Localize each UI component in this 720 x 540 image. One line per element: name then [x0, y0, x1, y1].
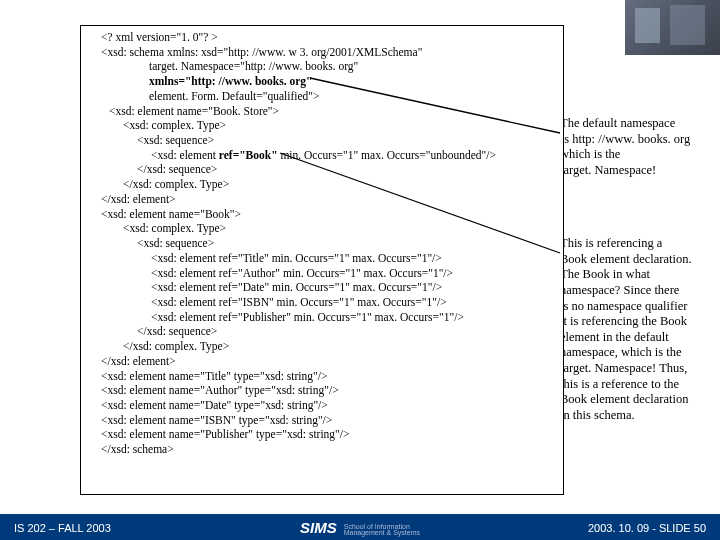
- code-line: <xsd: element name="Book">: [87, 207, 557, 222]
- code-line: </xsd: sequence>: [87, 162, 557, 177]
- code-line: <xsd: complex. Type>: [87, 118, 557, 133]
- footer-right: 2003. 10. 09 - SLIDE 50: [588, 522, 706, 534]
- code-line: target. Namespace="http: //www. books. o…: [87, 59, 557, 74]
- annotation-book-reference: This is referencing a Book element decla…: [560, 236, 720, 424]
- code-line: <xsd: element name="Publisher" type="xsd…: [87, 427, 557, 442]
- code-line-refbook: <xsd: element ref="Book" min. Occurs="1"…: [87, 148, 557, 163]
- code-line: </xsd: complex. Type>: [87, 177, 557, 192]
- code-line: </xsd: element>: [87, 354, 557, 369]
- sims-text: SIMS: [300, 519, 337, 536]
- code-line-xmlns: xmlns="http: //www. books. org": [87, 74, 557, 89]
- footer-left: IS 202 – FALL 2003: [14, 522, 111, 534]
- code-line: <xsd: element ref="Author" min. Occurs="…: [87, 266, 557, 281]
- code-line: <xsd: element ref="Date" min. Occurs="1"…: [87, 280, 557, 295]
- xsd-code-block: <? xml version="1. 0"? > <xsd: schema xm…: [80, 25, 564, 495]
- code-line: <xsd: element name="Title" type="xsd: st…: [87, 369, 557, 384]
- code-line: <xsd: element ref="Publisher" min. Occur…: [87, 310, 557, 325]
- code-line: <xsd: element ref="ISBN" min. Occurs="1"…: [87, 295, 557, 310]
- code-line: <xsd: sequence>: [87, 133, 557, 148]
- sims-sub2: Management & Systems: [344, 529, 420, 536]
- code-line: <xsd: schema xmlns: xsd="http: //www. w …: [87, 45, 557, 60]
- code-line: <xsd: element ref="Title" min. Occurs="1…: [87, 251, 557, 266]
- sims-logo: SIMS School of Information Management & …: [300, 519, 420, 537]
- header-photo: [625, 0, 720, 55]
- code-span-bold: ref="Book": [219, 149, 281, 161]
- code-line: <xsd: element name="Author" type="xsd: s…: [87, 383, 557, 398]
- annotation-default-namespace: The default namespace Is http: //www. bo…: [560, 116, 720, 179]
- code-line: <xsd: sequence>: [87, 236, 557, 251]
- code-line: </xsd: complex. Type>: [87, 339, 557, 354]
- code-span: <xsd: element: [151, 149, 219, 161]
- code-line: <xsd: element name="Date" type="xsd: str…: [87, 398, 557, 413]
- code-line: </xsd: sequence>: [87, 324, 557, 339]
- code-line: </xsd: element>: [87, 192, 557, 207]
- code-line: <xsd: complex. Type>: [87, 221, 557, 236]
- code-line: element. Form. Default="qualified">: [87, 89, 557, 104]
- code-line: <xsd: element name="Book. Store">: [87, 104, 557, 119]
- code-line: <? xml version="1. 0"? >: [87, 30, 557, 45]
- code-span: min. Occurs="1" max. Occurs="unbounded"/…: [280, 149, 496, 161]
- code-line: <xsd: element name="ISBN" type="xsd: str…: [87, 413, 557, 428]
- sims-subtitle: School of Information Management & Syste…: [344, 524, 420, 537]
- code-line: </xsd: schema>: [87, 442, 557, 457]
